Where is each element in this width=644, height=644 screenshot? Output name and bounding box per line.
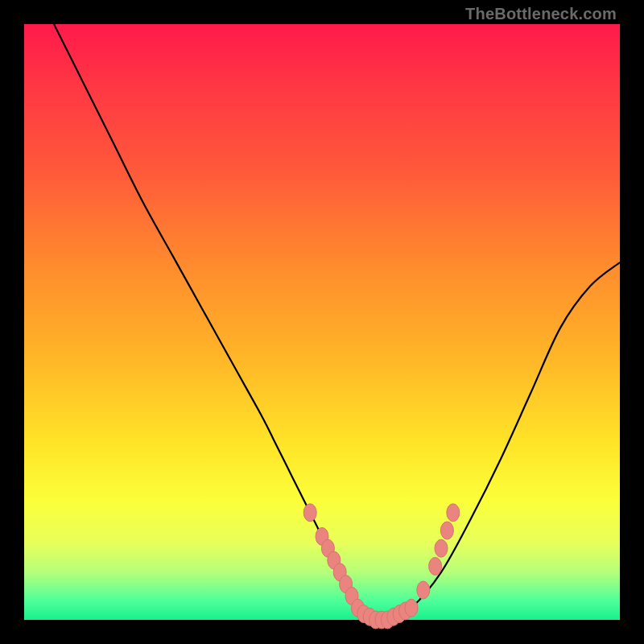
curve-marker xyxy=(405,599,418,617)
curve-marker xyxy=(429,557,442,575)
curve-layer xyxy=(24,24,620,620)
curve-marker xyxy=(440,522,453,539)
curve-marker xyxy=(303,504,316,522)
curve-markers xyxy=(303,504,460,629)
plot-area xyxy=(24,24,620,620)
curve-marker xyxy=(435,539,448,557)
curve-marker xyxy=(417,581,430,599)
bottleneck-curve xyxy=(54,24,620,620)
watermark-text: TheBottleneck.com xyxy=(465,5,617,23)
curve-marker xyxy=(447,504,460,522)
chart-frame: TheBottleneck.com xyxy=(0,0,644,644)
